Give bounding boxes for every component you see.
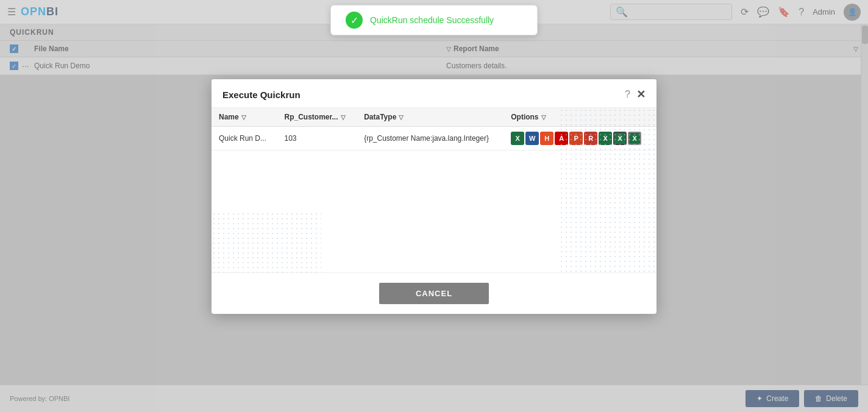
th-datatype: DataType ▽: [357, 108, 503, 127]
cancel-button[interactable]: CANCEL: [379, 283, 489, 304]
modal-close-button[interactable]: ✕: [636, 88, 646, 101]
modal-body: Name ▽ Rp_Customer... ▽ DataType ▽: [212, 108, 656, 272]
option-html-icon[interactable]: H: [540, 132, 553, 145]
options-icons: X W H A P R X X X: [511, 132, 649, 145]
name-filter-icon[interactable]: ▽: [241, 114, 246, 121]
toast-success-icon: ✓: [346, 12, 363, 29]
modal-table-row: Quick Run D... 103 {rp_Customer Name:jav…: [212, 127, 656, 151]
option-word-icon[interactable]: W: [525, 132, 539, 145]
option-excel-extra-icon[interactable]: X: [628, 132, 641, 145]
modal-table-header-row: Name ▽ Rp_Customer... ▽ DataType ▽: [212, 108, 656, 127]
modal-row-datatype: {rp_Customer Name:java.lang.Integer}: [357, 127, 503, 151]
modal-footer: CANCEL: [212, 272, 656, 314]
modal-row-rp: 103: [277, 127, 357, 151]
execute-quickrun-modal: Execute Quickrun ? ✕ Name ▽ Rp_Custom: [212, 79, 656, 314]
rp-filter-icon[interactable]: ▽: [341, 114, 346, 121]
th-options: Options ▽: [503, 108, 656, 127]
th-name: Name ▽: [212, 108, 277, 127]
option-excel2-icon[interactable]: X: [599, 132, 612, 145]
option-excel-xlsx-icon[interactable]: X: [613, 132, 627, 145]
modal-empty-area: [212, 151, 656, 272]
modal-help-icon[interactable]: ?: [625, 89, 630, 100]
modal-row-name: Quick Run D...: [212, 127, 277, 151]
modal-title: Execute Quickrun: [222, 90, 301, 100]
options-filter-icon[interactable]: ▽: [541, 114, 546, 121]
modal-table: Name ▽ Rp_Customer... ▽ DataType ▽: [212, 108, 656, 151]
toast-notification: ✓ QuickRun schedule Successfully: [330, 5, 538, 35]
th-rp-customer: Rp_Customer... ▽: [277, 108, 357, 127]
option-powerpoint-icon[interactable]: P: [569, 132, 583, 145]
modal-row-options: X W H A P R X X X: [503, 127, 656, 151]
datatype-filter-icon[interactable]: ▽: [399, 114, 404, 121]
modal-header-right: ? ✕: [625, 88, 646, 101]
modal-header: Execute Quickrun ? ✕: [212, 79, 656, 108]
toast-message: QuickRun schedule Successfully: [370, 15, 494, 25]
option-excel-icon[interactable]: X: [511, 132, 524, 145]
option-r-icon[interactable]: R: [584, 132, 597, 145]
option-acrobat-icon[interactable]: A: [555, 132, 568, 145]
